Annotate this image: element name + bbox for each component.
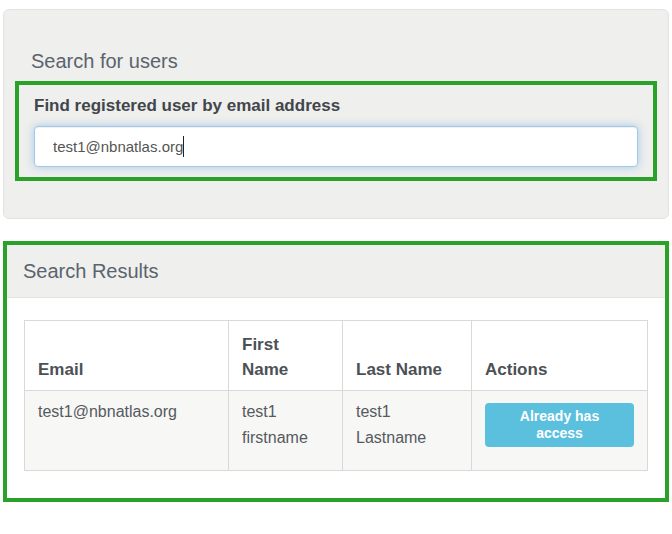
table-row: test1@nbnatlas.org test1 firstname test1… — [25, 391, 648, 471]
cell-first-name: test1 firstname — [229, 391, 343, 471]
text-cursor — [183, 136, 184, 157]
col-header-last-name: Last Name — [343, 321, 472, 391]
already-has-access-badge[interactable]: Already has access — [485, 403, 634, 447]
search-users-panel: Search for users Find registered user by… — [3, 9, 669, 219]
col-header-email: Email — [25, 321, 229, 391]
cell-last-name: test1 Lastname — [343, 391, 472, 471]
page: Search for users Find registered user by… — [0, 9, 672, 534]
highlighted-results-area: Search Results Email First Name Last Nam… — [3, 241, 669, 502]
cell-email: test1@nbnatlas.org — [25, 391, 229, 471]
find-user-label: Find registered user by email address — [34, 96, 638, 116]
results-header: Search Results — [7, 245, 665, 298]
highlighted-search-area: Find registered user by email address — [15, 81, 657, 181]
col-header-first-name: First Name — [229, 321, 343, 391]
results-body: Email First Name Last Name Actions test1… — [7, 298, 665, 498]
email-input-wrapper — [34, 126, 638, 167]
col-header-actions: Actions — [472, 321, 648, 391]
search-users-title: Search for users — [31, 50, 657, 73]
email-search-input[interactable] — [34, 126, 638, 167]
results-table: Email First Name Last Name Actions test1… — [24, 320, 648, 471]
results-title: Search Results — [23, 260, 649, 283]
cell-actions: Already has access — [472, 391, 648, 471]
table-header-row: Email First Name Last Name Actions — [25, 321, 648, 391]
